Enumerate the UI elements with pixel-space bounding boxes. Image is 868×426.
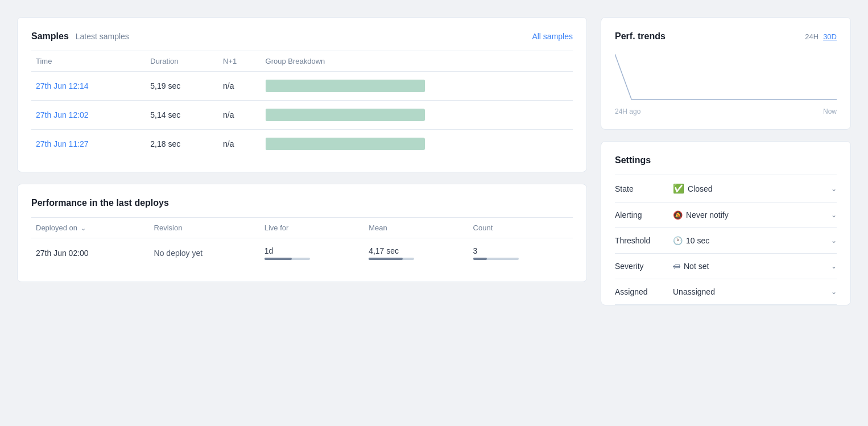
threshold-dropdown[interactable]: 🕐 10 sec ⌄ <box>666 236 837 245</box>
mean-bar-container <box>369 258 414 260</box>
col-live-for: Live for <box>260 218 364 238</box>
sample-time-link[interactable]: 27th Jun 12:02 <box>36 110 89 119</box>
state-dropdown[interactable]: ✅ Closed ⌄ <box>666 183 837 194</box>
col-revision: Revision <box>150 218 260 238</box>
assigned-dropdown[interactable]: Unassigned ⌄ <box>666 287 837 296</box>
col-n1: N+1 <box>218 51 261 72</box>
perf-chart <box>615 48 837 105</box>
assigned-text: Unassigned <box>673 287 715 296</box>
sample-n1: n/a <box>218 72 261 101</box>
time-30d[interactable]: 30D <box>823 32 837 41</box>
mean-bar <box>369 258 403 260</box>
bell-off-icon: 🔕 <box>673 210 683 220</box>
samples-card-header: Samples Latest samples All samples <box>31 31 573 42</box>
count-bar-container <box>473 258 519 260</box>
state-value: ✅ Closed <box>673 183 831 194</box>
settings-card: Settings State ✅ Closed ⌄ Alerting 🔕 <box>601 141 851 305</box>
circle-check-icon: ✅ <box>673 183 684 194</box>
col-time: Time <box>31 51 146 72</box>
severity-chevron: ⌄ <box>831 262 837 270</box>
chart-label-left: 24H ago <box>615 107 640 115</box>
severity-value: 🏷 Not set <box>673 262 831 271</box>
tag-off-icon: 🏷 <box>673 262 680 271</box>
assigned-value: Unassigned <box>673 287 831 296</box>
threshold-value: 🕐 10 sec <box>673 236 831 245</box>
sort-icon: ⌄ <box>81 225 86 231</box>
alerting-value: 🔕 Never notify <box>673 210 831 220</box>
col-group-breakdown: Group Breakdown <box>261 51 573 72</box>
alerting-dropdown[interactable]: 🔕 Never notify ⌄ <box>666 210 837 220</box>
settings-row-state: State ✅ Closed ⌄ <box>615 175 837 202</box>
sample-bar-container <box>266 109 425 121</box>
sample-bar <box>266 138 333 150</box>
sample-bar-cell <box>261 72 573 101</box>
chart-labels: 24H ago Now <box>615 107 837 115</box>
right-column: Perf. trends 24H 30D 24H ago Now Setting… <box>601 17 851 305</box>
live-for-bar <box>264 258 292 260</box>
settings-row-severity: Severity 🏷 Not set ⌄ <box>615 253 837 279</box>
chart-label-right: Now <box>823 107 837 115</box>
perf-deployed-on: 27th Jun 02:00 <box>31 238 150 268</box>
sample-time-link[interactable]: 27th Jun 12:14 <box>36 81 89 90</box>
col-count: Count <box>469 218 573 238</box>
sample-time-link[interactable]: 27th Jun 11:27 <box>36 139 89 148</box>
perf-count: 3 <box>469 238 573 268</box>
count-bar <box>473 258 487 260</box>
samples-table: Time Duration N+1 Group Breakdown 27th J… <box>31 51 573 158</box>
performance-table: Deployed on ⌄ Revision Live for Mean Cou… <box>31 217 573 268</box>
settings-row-threshold: Threshold 🕐 10 sec ⌄ <box>615 228 837 253</box>
performance-card-header: Performance in the last deploys <box>31 198 573 208</box>
perf-trends-card: Perf. trends 24H 30D 24H ago Now <box>601 17 851 130</box>
state-chevron: ⌄ <box>831 185 837 193</box>
sample-bar-cell <box>261 101 573 130</box>
threshold-text: 10 sec <box>686 236 709 245</box>
sample-duration: 2,18 sec <box>146 130 218 159</box>
settings-label-alerting: Alerting <box>615 210 666 220</box>
sample-bar-container <box>266 80 425 92</box>
samples-card: Samples Latest samples All samples Time … <box>17 17 587 172</box>
sample-bar-cell <box>261 130 573 159</box>
settings-label-threshold: Threshold <box>615 236 666 245</box>
samples-title-group: Samples Latest samples <box>31 31 129 42</box>
assigned-chevron: ⌄ <box>831 288 837 296</box>
sample-bar <box>266 80 425 92</box>
col-duration: Duration <box>146 51 218 72</box>
perf-trends-title: Perf. trends <box>615 31 666 42</box>
samples-subtitle: Latest samples <box>76 32 129 41</box>
live-for-bar-container <box>264 258 310 260</box>
sample-duration: 5,19 sec <box>146 72 218 101</box>
perf-trends-header: Perf. trends 24H 30D <box>615 31 837 42</box>
sample-bar-container <box>266 138 425 150</box>
table-row: 27th Jun 12:14 5,19 sec n/a <box>31 72 573 101</box>
time-24h[interactable]: 24H <box>805 32 819 41</box>
sample-n1: n/a <box>218 130 261 159</box>
all-samples-link[interactable]: All samples <box>532 32 573 41</box>
severity-text: Not set <box>684 262 709 271</box>
state-text: Closed <box>688 184 713 193</box>
table-row: 27th Jun 02:00 No deploy yet 1d 4,17 sec… <box>31 238 573 268</box>
settings-title: Settings <box>615 155 837 166</box>
settings-label-assigned: Assigned <box>615 287 666 296</box>
sample-duration: 5,14 sec <box>146 101 218 130</box>
sample-n1: n/a <box>218 101 261 130</box>
alerting-chevron: ⌄ <box>831 211 837 219</box>
settings-row-alerting: Alerting 🔕 Never notify ⌄ <box>615 202 837 228</box>
col-mean: Mean <box>364 218 468 238</box>
perf-live-for: 1d <box>260 238 364 268</box>
performance-card: Performance in the last deploys Deployed… <box>17 184 587 282</box>
alerting-text: Never notify <box>686 210 729 220</box>
threshold-chevron: ⌄ <box>831 237 837 245</box>
settings-label-severity: Severity <box>615 262 666 271</box>
performance-title: Performance in the last deploys <box>31 198 169 208</box>
sample-bar <box>266 109 417 121</box>
left-column: Samples Latest samples All samples Time … <box>17 17 587 305</box>
samples-title: Samples <box>31 31 69 41</box>
time-toggle: 24H 30D <box>805 32 837 41</box>
perf-revision: No deploy yet <box>150 238 260 268</box>
table-row: 27th Jun 11:27 2,18 sec n/a <box>31 130 573 159</box>
perf-mean: 4,17 sec <box>364 238 468 268</box>
clock-icon: 🕐 <box>673 236 683 245</box>
table-row: 27th Jun 12:02 5,14 sec n/a <box>31 101 573 130</box>
settings-label-state: State <box>615 184 666 193</box>
severity-dropdown[interactable]: 🏷 Not set ⌄ <box>666 262 837 271</box>
